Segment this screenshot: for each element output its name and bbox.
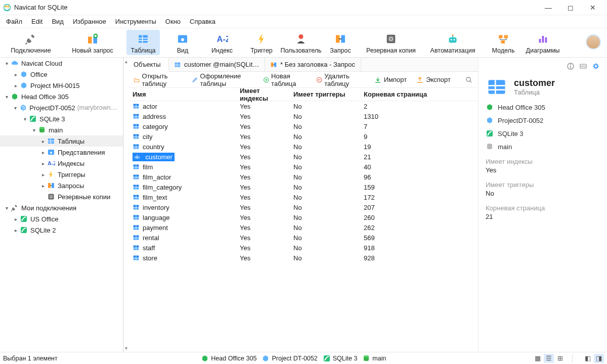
table-row[interactable]: country Yes No 19 bbox=[128, 142, 478, 152]
status-crumb[interactable]: main bbox=[362, 354, 386, 362]
table-row[interactable]: film_category Yes No 159 bbox=[128, 182, 478, 192]
table-row[interactable]: city Yes No 9 bbox=[128, 131, 478, 142]
tree-item-14[interactable]: ▸ US Office bbox=[0, 213, 123, 224]
tab-0[interactable]: Объекты bbox=[128, 58, 169, 72]
status-crumb[interactable]: SQLite 3 bbox=[323, 354, 358, 362]
expand-icon[interactable]: ▾ bbox=[3, 205, 10, 211]
user-avatar[interactable] bbox=[586, 34, 601, 50]
tree-item-10[interactable]: ▸ Триггеры bbox=[0, 169, 123, 180]
table-row[interactable]: address Yes No 1310 bbox=[128, 111, 478, 121]
table-row[interactable]: staff Yes No 918 bbox=[128, 243, 478, 253]
expand-icon[interactable]: ▾ bbox=[3, 94, 10, 100]
expand-icon[interactable]: ▸ bbox=[39, 183, 47, 189]
close-button[interactable]: ✕ bbox=[582, 1, 604, 15]
tree-item-15[interactable]: ▸ SQLite 2 bbox=[0, 224, 123, 236]
tab-1[interactable]: customer @main(SQLite 3… bbox=[169, 58, 265, 71]
delete-table-button[interactable]: Удалить таблицу bbox=[314, 71, 367, 89]
tree-item-5[interactable]: ▾ SQLite 3 bbox=[0, 113, 123, 124]
toolbar-user[interactable]: Пользователь bbox=[284, 30, 318, 55]
tree-item-12[interactable]: Резервные копии bbox=[0, 191, 123, 202]
expand-icon[interactable]: ▸ bbox=[12, 83, 19, 88]
toolbar-automation[interactable]: Автоматизация bbox=[425, 30, 481, 55]
expand-icon[interactable]: ▾ bbox=[12, 105, 19, 111]
menu-3[interactable]: Избранное bbox=[69, 16, 110, 27]
minimize-button[interactable]: — bbox=[537, 1, 559, 15]
open-table-button[interactable]: Открыть таблицу bbox=[132, 71, 185, 89]
view-grid-icon[interactable]: ▦ bbox=[533, 354, 543, 363]
expand-icon[interactable]: ▸ bbox=[12, 72, 19, 77]
expand-icon[interactable]: ▾ bbox=[3, 61, 10, 66]
prop-label: Корневая страница bbox=[486, 204, 600, 212]
tree-item-6[interactable]: ▾ main bbox=[0, 124, 123, 135]
menu-6[interactable]: Справка bbox=[186, 16, 220, 27]
expand-icon[interactable]: ▸ bbox=[39, 150, 47, 155]
tree-item-2[interactable]: ▸ Project MH-0015 bbox=[0, 80, 123, 91]
expand-icon[interactable]: ▸ bbox=[12, 216, 19, 222]
panel-left-icon[interactable]: ◧ bbox=[583, 354, 593, 363]
expand-icon[interactable]: ▸ bbox=[39, 161, 47, 166]
hexsync-icon bbox=[19, 104, 27, 112]
table-row[interactable]: payment Yes No 262 bbox=[128, 222, 478, 233]
toolbar-view[interactable]: Вид bbox=[166, 30, 199, 55]
col-has-index[interactable]: Имеет индексы bbox=[236, 87, 289, 102]
view-list-icon[interactable]: ☰ bbox=[544, 354, 554, 363]
maximize-button[interactable]: ◻ bbox=[559, 1, 582, 15]
menu-4[interactable]: Инструменты bbox=[111, 16, 160, 27]
col-has-trigger[interactable]: Имеет триггеры bbox=[289, 90, 360, 98]
col-root-page[interactable]: Корневая страница bbox=[360, 90, 478, 98]
table-row[interactable]: film_actor Yes No 96 bbox=[128, 172, 478, 182]
tab-2[interactable]: * Без заголовка - Запрос bbox=[265, 58, 361, 71]
info-icon[interactable] bbox=[567, 62, 575, 72]
table-row[interactable]: inventory Yes No 207 bbox=[128, 202, 478, 212]
sidebar-scrollbar[interactable]: ▴▾ bbox=[123, 58, 128, 352]
menu-0[interactable]: Файл bbox=[2, 16, 26, 27]
table-row[interactable]: category Yes No 7 bbox=[128, 121, 478, 131]
menu-1[interactable]: Edit bbox=[27, 16, 47, 27]
new-table-button[interactable]: Новая таблица bbox=[261, 71, 309, 89]
tree-item-4[interactable]: ▾ ProjectDT-0052 (marybrown@… bbox=[0, 102, 123, 113]
toolbar-table[interactable]: Таблица bbox=[126, 30, 160, 55]
export-button[interactable]: Экспорт bbox=[414, 74, 453, 85]
toolbar-diagrams[interactable]: Диаграммы bbox=[526, 30, 559, 55]
tree-item-3[interactable]: ▾ Head Office 305 bbox=[0, 91, 123, 102]
tree-item-13[interactable]: ▾ Мои подключения bbox=[0, 202, 123, 213]
tree-item-11[interactable]: ▸ Запросы bbox=[0, 180, 123, 191]
menu-2[interactable]: Вид bbox=[48, 16, 68, 27]
view-detail-icon[interactable]: ⊞ bbox=[555, 354, 565, 363]
tree-item-8[interactable]: ▸ Представления bbox=[0, 147, 123, 158]
expand-icon[interactable]: ▾ bbox=[21, 116, 28, 122]
status-crumb[interactable]: Head Office 305 bbox=[201, 354, 256, 362]
table-row[interactable]: film_text Yes No 172 bbox=[128, 192, 478, 202]
tree-item-0[interactable]: ▾ Navicat Cloud bbox=[0, 58, 123, 69]
toolbar-backup[interactable]: Резервная копия bbox=[363, 30, 419, 55]
table-row[interactable]: customer Yes No 21 bbox=[128, 152, 478, 162]
panel-right-icon[interactable]: ◨ bbox=[594, 354, 604, 363]
design-table-button[interactable]: Оформление таблицы bbox=[190, 71, 256, 89]
table-row[interactable]: rental Yes No 569 bbox=[128, 233, 478, 243]
menu-5[interactable]: Окно bbox=[161, 16, 185, 27]
col-name[interactable]: Имя bbox=[128, 90, 236, 98]
table-row[interactable]: store Yes No 928 bbox=[128, 253, 478, 263]
toolbar-connect[interactable]: Подключение bbox=[3, 30, 59, 55]
expand-icon[interactable]: ▸ bbox=[12, 228, 19, 233]
toolbar-model[interactable]: Модель bbox=[487, 30, 520, 55]
expand-icon[interactable]: ▾ bbox=[30, 127, 37, 133]
import-button[interactable]: Импорт bbox=[372, 74, 409, 85]
tree-item-9[interactable]: ▸ Индексы bbox=[0, 158, 123, 169]
toolbar-query[interactable]: Запрос bbox=[324, 30, 357, 55]
grid-body: actor Yes No 2 address Yes No 1310 categ… bbox=[128, 101, 478, 352]
toolbar-newquery[interactable]: Новый запрос bbox=[65, 30, 120, 55]
ddl-icon[interactable] bbox=[579, 62, 588, 72]
expand-icon[interactable]: ▸ bbox=[39, 172, 47, 177]
table-row[interactable]: language Yes No 260 bbox=[128, 212, 478, 222]
toolbar-index[interactable]: Индекс bbox=[205, 30, 239, 55]
tree-item-7[interactable]: ▸ Таблицы bbox=[0, 135, 123, 147]
settings-icon[interactable] bbox=[592, 62, 600, 72]
expand-icon[interactable]: ▸ bbox=[39, 139, 47, 144]
search-button[interactable] bbox=[463, 74, 475, 85]
toolbar-trigger[interactable]: Триггер bbox=[245, 30, 278, 55]
tree-item-1[interactable]: ▸ Office bbox=[0, 69, 123, 80]
table-row[interactable]: actor Yes No 2 bbox=[128, 101, 478, 111]
table-row[interactable]: film Yes No 40 bbox=[128, 162, 478, 172]
status-crumb[interactable]: Project DT-0052 bbox=[262, 354, 317, 362]
